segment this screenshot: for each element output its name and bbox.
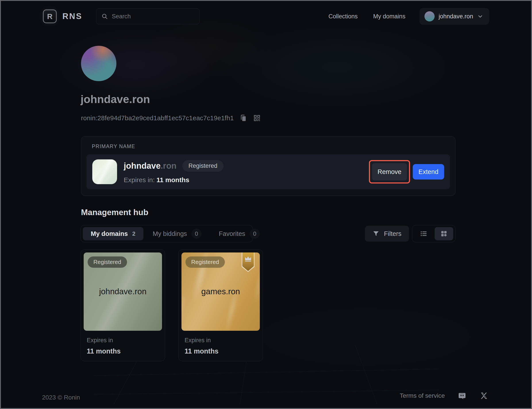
domain-cards-grid: Registered johndave.ron Expires in 11 mo… [81,249,263,361]
qr-code-icon[interactable] [253,114,261,122]
nav-my-domains[interactable]: My domains [373,13,405,20]
grid-view-button[interactable] [435,227,453,240]
tab-group: My domains 2 My biddings 0 Favorites 0 [81,225,253,242]
x-twitter-icon[interactable] [479,391,489,400]
primary-actions: Remove Extend [369,160,444,183]
nav-collections[interactable]: Collections [328,13,358,20]
ronin-logo-letter: R [47,12,53,21]
domain-tile-name: games.ron [181,287,260,296]
list-view-icon [419,230,428,238]
extend-button[interactable]: Extend [413,164,444,180]
card-meta: Expires in 11 months [84,331,162,355]
domain-tile: Registered games.ron [181,253,260,331]
domain-card-johndave[interactable]: Registered johndave.ron Expires in 11 mo… [81,249,165,361]
list-view-button[interactable] [414,227,433,240]
expires-value: 11 months [87,347,159,355]
primary-expires-line: Expires in:11 months [124,176,224,184]
nav-links: Collections My domains [328,13,405,20]
filters-label: Filters [384,230,401,237]
profile-name-title: johndave.ron [81,93,150,106]
primary-name-label: PRIMARY NAME [92,144,450,149]
primary-name-row: johndave.ron Registered Expires in:11 mo… [86,154,450,189]
profile-address-row: ronin:28fe94d7ba2e9ced1abff1ec57c1eac7c1… [81,114,261,122]
tab-label: My domains [91,230,128,237]
tab-label: My biddings [153,230,187,237]
account-name: johndave.ron [439,13,473,20]
tab-count: 0 [191,229,202,239]
primary-domain-thumbnail [92,159,117,184]
profile-avatar [81,46,116,81]
ronin-logo[interactable]: R [43,9,57,23]
management-toolbar: My domains 2 My biddings 0 Favorites 0 F… [81,225,456,242]
tab-label: Favorites [219,230,245,237]
tab-favorites[interactable]: Favorites 0 [211,227,268,240]
expires-value: 11 months [185,347,257,355]
copyright-text: 2023 © Ronin [42,394,80,401]
registered-badge: Registered [88,256,127,268]
domain-card-games[interactable]: Registered games.ron Expires in 11 month… [178,249,263,361]
filter-funnel-icon [372,230,380,237]
search-box[interactable] [96,9,200,24]
grid-view-icon [440,230,448,238]
view-controls: Filters [365,225,456,242]
primary-domain-info: johndave.ron Registered Expires in:11 mo… [124,160,224,184]
domain-tile-name: johndave.ron [84,287,162,296]
registered-badge: Registered [185,256,225,268]
wallet-address: ronin:28fe94d7ba2e9ced1abff1ec57c1eac7c1… [81,115,234,122]
search-input[interactable] [112,13,195,20]
expires-label: Expires in [87,337,159,344]
expires-value: 11 months [156,176,189,183]
tab-my-domains[interactable]: My domains 2 [83,227,143,240]
tab-count: 2 [132,230,135,237]
brand-title: RNS [62,12,82,21]
account-menu[interactable]: johndave.ron [419,8,489,25]
primary-name-card: PRIMARY NAME johndave.ron Registered Exp… [81,136,456,196]
remove-button[interactable]: Remove [372,163,407,180]
view-toggle-group [412,225,456,242]
account-avatar [424,11,435,21]
expires-label: Expires in [185,337,257,344]
remove-highlight-box: Remove [369,160,410,183]
filters-button[interactable]: Filters [365,226,409,242]
premium-crown-badge [242,253,255,272]
management-hub-title: Management hub [81,208,148,217]
chevron-down-icon [477,13,483,19]
primary-domain-tld: .ron [161,161,177,171]
copy-address-icon[interactable] [239,114,248,122]
status-badge: Registered [182,160,224,172]
discord-icon[interactable] [457,391,467,400]
expires-label: Expires in: [124,176,155,183]
search-icon [101,13,108,20]
domain-tile: Registered johndave.ron [84,253,162,331]
primary-domain-name: johndave.ron [124,161,177,171]
footer-links: Terms of service [400,391,489,400]
tab-my-biddings[interactable]: My biddings 0 [145,227,209,240]
top-navigation-bar: R RNS Collections My domains johndave.ro… [1,1,531,32]
tab-count: 0 [250,229,260,239]
terms-of-service-link[interactable]: Terms of service [400,392,445,399]
rns-app-page: R RNS Collections My domains johndave.ro… [0,0,532,409]
card-meta: Expires in 11 months [181,331,260,355]
